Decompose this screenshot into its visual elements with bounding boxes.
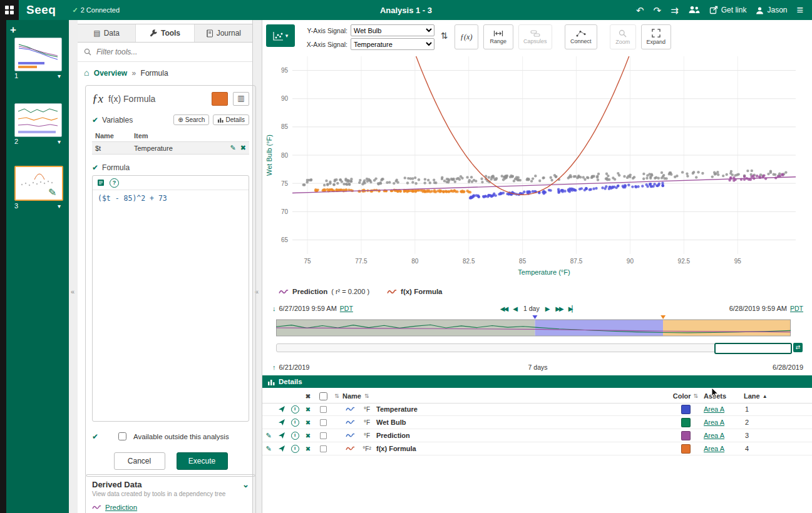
hamburger-menu-button[interactable]: ≡ [796,4,803,16]
get-link-button[interactable]: Get link [709,6,747,14]
color-swatch[interactable] [681,418,691,427]
expand-button[interactable]: Expand [641,24,671,49]
swap-axes-button[interactable]: ⇅ [439,24,450,47]
sort-icon[interactable]: ⇅ [364,393,369,399]
sort-icon[interactable]: ⇅ [334,393,339,399]
investigate-range-selection[interactable] [714,343,792,354]
seeq-logo[interactable]: Seeq [26,3,56,17]
connection-status[interactable]: ✓ 2 Connected [72,6,120,14]
invest-start-date[interactable]: 6/21/2019 [279,363,310,371]
remove-icon[interactable]: ✖ [306,419,311,426]
y-axis-signal-select[interactable]: Wet Bulb [351,24,434,36]
lane-column-header[interactable]: Lane [744,392,760,400]
timezone-link[interactable]: PDT [790,305,803,312]
row-checkbox[interactable] [320,405,327,412]
legend-prediction[interactable]: Prediction ( r² = 0.200 ) [279,288,369,295]
tab-journal[interactable]: Journal [195,24,252,42]
step-forward-button[interactable]: ▶ [545,305,550,312]
legend-fx-formula[interactable]: f(x) Formula [387,288,442,295]
step-back-double-button[interactable]: ◀◀ [500,305,507,312]
timezone-link[interactable]: PDT [340,305,353,312]
select-all-checkbox[interactable] [319,392,327,400]
invest-end-date[interactable]: 6/28/2019 [773,363,803,371]
search-variables-button[interactable]: ⊕ Search [173,114,209,125]
auto-update-button[interactable]: ⇄ [793,343,803,352]
forward-all-button[interactable]: ⇉ [671,6,679,15]
step-to-end-button[interactable]: ▶▏ [568,305,575,312]
remove-icon[interactable]: ✖ [306,432,311,439]
color-column-header[interactable]: Color [673,392,691,400]
edit-icon[interactable]: ✎ [265,432,271,440]
info-icon[interactable]: i [291,405,299,414]
prediction-link[interactable]: Prediction [105,504,137,511]
table-row[interactable]: ✎ i ✖ °F² f(x) Formula [262,442,812,455]
undo-button[interactable]: ↶ [636,6,644,15]
tab-tools[interactable]: Tools [136,24,194,42]
sort-icon[interactable]: ⇅ [694,393,699,399]
edit-variable-icon[interactable]: ✎ [230,144,236,152]
tab-data[interactable]: ▤ Data [78,24,136,42]
row-checkbox[interactable] [320,419,327,425]
info-icon[interactable]: i [291,419,299,427]
asset-link[interactable]: Area A [704,432,724,439]
send-to-icon[interactable] [278,419,285,426]
redo-button[interactable]: ↷ [654,6,662,15]
step-size-label[interactable]: 1 day [523,305,540,312]
scatter-chart[interactable]: 7577.58082.58587.59092.59565707580859095… [265,53,804,287]
color-swatch[interactable] [681,444,691,454]
chevron-down-icon[interactable]: ▾ [58,203,61,210]
user-menu[interactable]: Jason [756,6,787,14]
send-to-icon[interactable] [278,405,285,413]
worksheet-thumbnail-3[interactable]: ✎ [14,166,63,201]
formula-editor[interactable]: ? ($t - 85)^2 + 73 [92,175,249,422]
asset-link[interactable]: Area A [704,405,724,413]
remove-icon[interactable]: ✖ [306,406,311,413]
apps-grid-button[interactable] [0,0,19,20]
chevron-down-icon[interactable]: ▾ [58,138,61,145]
range-button[interactable]: Range [483,24,513,49]
step-back-button[interactable]: ◀ [513,305,518,312]
fx-tool-button[interactable]: ƒ(x) [455,24,478,49]
cancel-button[interactable]: Cancel [114,452,165,470]
signal-name[interactable]: Temperature [376,405,667,413]
color-swatch-button[interactable] [212,92,228,106]
x-axis-signal-select[interactable]: Temperature [351,38,434,50]
range-start[interactable]: 6/27/2019 9:59 AM [279,305,337,312]
table-row[interactable]: ✎ i ✖ °F Wet Bulb A [262,416,812,429]
asset-link[interactable]: Area A [704,419,724,426]
connect-button[interactable]: Connect [565,24,597,49]
new-worksheet-button[interactable]: + [10,24,16,36]
invest-duration[interactable]: 7 days [528,363,548,371]
remove-icon[interactable]: ✖ [306,445,311,452]
remove-variable-icon[interactable]: ✖ [240,144,246,152]
home-icon[interactable]: ⌂ [84,68,89,78]
details-header-bar[interactable]: Details [262,375,812,388]
color-swatch[interactable] [681,431,691,440]
formula-code[interactable]: ($t - 85)^2 + 73 [93,190,249,206]
info-icon[interactable]: i [291,445,299,453]
signal-name[interactable]: Wet Bulb [376,419,667,426]
name-column-header[interactable]: Name [342,392,361,400]
remove-all-header[interactable]: ✖ [301,393,315,400]
chart-type-dropdown[interactable]: ▾ [266,24,295,47]
filter-tools-input[interactable] [95,47,246,57]
breadcrumb-overview-link[interactable]: Overview [94,69,127,78]
table-row[interactable]: ✎ i ✖ °F Prediction [262,429,812,442]
row-checkbox[interactable] [320,445,327,452]
worksheet-thumbnail-2[interactable] [14,103,62,137]
step-forward-double-button[interactable]: ▶▶ [555,305,562,312]
send-to-icon[interactable] [278,445,285,452]
derived-data-item[interactable]: Prediction [92,504,249,511]
send-to-icon[interactable] [278,432,285,439]
asset-link[interactable]: Area A [704,445,724,452]
signal-name[interactable]: f(x) Formula [376,445,667,452]
investigate-range-track[interactable] [276,343,792,352]
info-icon[interactable]: i [291,432,299,440]
users-button[interactable] [688,5,700,16]
documentation-book-icon[interactable] [97,179,105,186]
chevron-down-icon[interactable]: ▾ [58,73,61,79]
assets-column-header[interactable]: Assets [704,392,744,400]
table-row[interactable]: ✎ i ✖ °F Temperature [262,403,812,416]
range-end[interactable]: 6/28/2019 9:59 AM [729,305,787,312]
row-checkbox[interactable] [320,432,327,439]
